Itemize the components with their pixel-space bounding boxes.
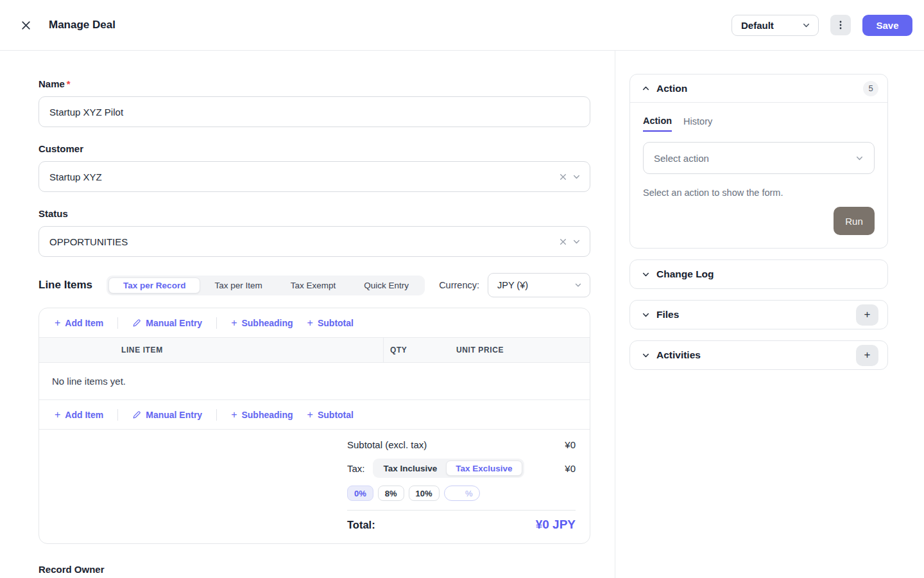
preset-select-value: Default [741, 20, 802, 31]
total-label: Total: [347, 519, 375, 531]
subheading-button[interactable]: Subheading [228, 409, 295, 421]
column-header-unit-price: UNIT PRICE [456, 346, 504, 355]
line-items-table-header: LINE ITEM QTY UNIT PRICE [39, 337, 590, 363]
status-select[interactable]: OPPORTUNITIES [38, 226, 590, 257]
customer-select-value: Startup XYZ [49, 171, 559, 182]
total-value: ¥0 JPY [536, 518, 576, 532]
add-file-button[interactable] [856, 304, 878, 326]
totals-section: Subtotal (excl. tax) ¥0 Tax: Tax Inclusi… [39, 429, 590, 543]
files-title: Files [656, 309, 679, 320]
tab-quick-entry[interactable]: Quick Entry [350, 277, 423, 293]
activities-panel: Activities [629, 340, 888, 370]
close-icon [21, 20, 31, 31]
total-row: Total: ¥0 JPY [347, 518, 576, 532]
activities-title: Activities [656, 349, 701, 361]
topbar-actions: Default Save [732, 15, 912, 36]
tab-tax-per-item[interactable]: Tax per Item [200, 277, 276, 293]
chevron-down-icon [642, 270, 650, 279]
toolbar-divider [117, 317, 118, 329]
line-items-header: Line Items Tax per Record Tax per Item T… [38, 273, 590, 297]
plus-icon [307, 317, 313, 329]
currency-wrap: Currency: JPY (¥) [439, 273, 590, 297]
chevron-down-icon[interactable] [572, 238, 581, 246]
kebab-menu-button[interactable] [830, 15, 851, 35]
tax-rate-chips: 0% 8% 10% [347, 486, 576, 501]
close-button[interactable] [21, 20, 31, 31]
tax-inclusive-toggle[interactable]: Tax Inclusive [375, 460, 447, 476]
tab-tax-per-record[interactable]: Tax per Record [108, 277, 200, 293]
line-items-card: Add Item Manual Entry Subheading Subtota… [38, 308, 590, 544]
add-activity-button[interactable] [856, 345, 878, 366]
chevron-down-icon [802, 21, 810, 30]
action-select[interactable]: Select action [643, 142, 875, 174]
tax-mode-tabs: Tax per Record Tax per Item Tax Exempt Q… [107, 276, 425, 295]
kebab-icon [836, 20, 845, 30]
status-label: Status [38, 208, 590, 219]
status-select-value: OPPORTUNITIES [49, 236, 559, 247]
run-row: Run [643, 207, 875, 235]
tax-mode-toggle: Tax Inclusive Tax Exclusive [373, 459, 524, 478]
plus-icon [864, 308, 871, 321]
tax-rate-0[interactable]: 0% [347, 486, 373, 501]
clear-icon[interactable] [559, 238, 567, 246]
tax-exclusive-toggle[interactable]: Tax Exclusive [446, 460, 522, 476]
preset-select[interactable]: Default [732, 15, 819, 36]
tax-rate-10[interactable]: 10% [409, 486, 440, 501]
plus-icon [307, 409, 313, 421]
action-panel-tabs: Action History [643, 116, 875, 132]
record-owner-label: Record Owner [38, 564, 590, 575]
currency-select-value: JPY (¥) [497, 280, 574, 290]
column-header-qty: QTY [384, 346, 456, 355]
tab-history[interactable]: History [683, 116, 712, 132]
action-hint-text: Select an action to show the form. [643, 188, 875, 198]
subtotal-button[interactable]: Subtotal [305, 409, 356, 421]
chevron-up-icon [642, 84, 650, 92]
clear-icon[interactable] [559, 173, 567, 181]
tab-action[interactable]: Action [643, 116, 672, 132]
run-button[interactable]: Run [834, 207, 875, 235]
add-item-button[interactable]: Add Item [52, 317, 106, 329]
sidebar: Action 5 Action History Select action Se… [615, 51, 924, 578]
plus-icon [55, 317, 60, 329]
toolbar-divider [216, 409, 217, 421]
chevron-down-icon[interactable] [572, 173, 581, 181]
change-log-panel: Change Log [629, 259, 888, 289]
line-items-toolbar-top: Add Item Manual Entry Subheading Subtota… [39, 308, 590, 337]
action-panel: Action 5 Action History Select action Se… [629, 74, 888, 249]
change-log-title: Change Log [656, 268, 714, 280]
currency-label: Currency: [439, 280, 479, 290]
action-select-placeholder: Select action [654, 153, 855, 164]
toolbar-divider [216, 317, 217, 329]
change-log-header[interactable]: Change Log [630, 260, 887, 288]
action-panel-header[interactable]: Action 5 [630, 74, 887, 103]
toolbar-divider [117, 409, 118, 421]
plus-icon [231, 409, 237, 421]
currency-select[interactable]: JPY (¥) [488, 273, 590, 297]
empty-state-message: No line items yet. [39, 363, 590, 399]
manual-entry-button[interactable]: Manual Entry [130, 318, 205, 328]
chevron-down-icon [642, 311, 650, 319]
custom-tax-rate-input[interactable] [444, 486, 480, 501]
save-button[interactable]: Save [862, 15, 912, 36]
chevron-down-icon [642, 351, 650, 360]
files-header[interactable]: Files [630, 301, 887, 329]
subheading-button[interactable]: Subheading [228, 317, 295, 329]
manual-entry-button[interactable]: Manual Entry [130, 410, 205, 420]
tax-label: Tax: [347, 463, 365, 474]
add-item-button[interactable]: Add Item [52, 409, 106, 421]
required-marker: * [67, 78, 71, 89]
column-header-line-item: LINE ITEM [39, 338, 384, 362]
line-items-toolbar-bottom: Add Item Manual Entry Subheading Subtota… [39, 399, 590, 429]
activities-header[interactable]: Activities [630, 341, 887, 369]
chevron-down-icon [574, 281, 582, 289]
customer-label: Customer [38, 143, 590, 154]
name-input[interactable] [38, 96, 590, 127]
tax-row: Tax: Tax Inclusive Tax Exclusive ¥0 [347, 459, 576, 478]
files-panel: Files [629, 300, 888, 329]
customer-select[interactable]: Startup XYZ [38, 161, 590, 192]
tab-tax-exempt[interactable]: Tax Exempt [277, 277, 350, 293]
tax-rate-8[interactable]: 8% [378, 486, 404, 501]
page-title: Manage Deal [49, 19, 116, 31]
line-items-title: Line Items [38, 279, 92, 292]
subtotal-button[interactable]: Subtotal [305, 317, 356, 329]
